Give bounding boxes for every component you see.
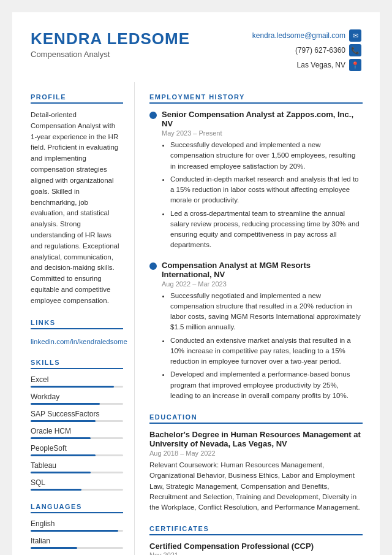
job-bullet: Successfully negotiated and implemented …: [170, 291, 363, 333]
job-bullets: Successfully negotiated and implemented …: [162, 291, 363, 402]
phone-text: (797) 627-6360: [295, 46, 345, 55]
linkedin-link[interactable]: linkedin.com/in/kendraledsome: [31, 338, 127, 345]
job-dot: [149, 112, 157, 119]
cert-date: Nov 2021: [149, 551, 363, 555]
header-left: KENDRA LEDSOME Compensation Analyst: [31, 29, 190, 59]
skill-fill: [31, 472, 91, 473]
employment-title: EMPLOYMENT HISTORY: [149, 93, 363, 104]
skill-label: Tableau: [31, 461, 123, 470]
skill-bar: [31, 437, 123, 439]
certificates-section: CERTIFICATES Certified Compensation Prof…: [149, 525, 363, 555]
phone-icon: 📞: [349, 44, 361, 56]
language-item: Italian: [31, 537, 123, 549]
job-bullets: Successfully developed and implemented a…: [162, 140, 363, 251]
job-entry: Compensation Analyst at MGM Resorts Inte…: [149, 261, 363, 402]
profile-section: PROFILE Detail-oriented Compensation Ana…: [31, 93, 123, 307]
skill-item: SQL: [31, 478, 123, 491]
job-bullet: Conducted an extensive market analysis t…: [170, 335, 363, 367]
candidate-name: KENDRA LEDSOME: [31, 29, 190, 48]
skill-item: Oracle HCM: [31, 427, 123, 439]
profile-title: PROFILE: [31, 93, 123, 104]
email-link[interactable]: kendra.ledsome@gmail.com: [252, 31, 345, 40]
job-header: Senior Compensation Analyst at Zappos.co…: [149, 110, 363, 128]
cert-name: Certified Compensation Professional (CCP…: [149, 542, 363, 551]
skill-item: Excel: [31, 375, 123, 388]
right-column: EMPLOYMENT HISTORY Senior Compensation A…: [135, 82, 380, 555]
languages-title: LANGUAGES: [31, 503, 123, 513]
skill-label: SAP SuccessFactors: [31, 410, 123, 418]
job-bullet: Successfully developed and implemented a…: [170, 140, 363, 172]
language-bar: [31, 547, 123, 549]
skill-bar: [31, 403, 123, 405]
job-entry: Senior Compensation Analyst at Zappos.co…: [149, 110, 363, 251]
skill-label: Excel: [31, 375, 123, 384]
links-title: LINKS: [31, 319, 123, 329]
job-dot: [149, 262, 157, 270]
edu-date: Aug 2018 – May 2022: [149, 450, 363, 457]
job-title: Senior Compensation Analyst at Zappos.co…: [162, 110, 363, 128]
certs-list: Certified Compensation Professional (CCP…: [149, 542, 363, 555]
employment-section: EMPLOYMENT HISTORY Senior Compensation A…: [149, 93, 363, 401]
phone-row: (797) 627-6360 📞: [295, 44, 361, 56]
candidate-title: Compensation Analyst: [31, 50, 190, 59]
location-icon: 📍: [349, 59, 361, 71]
cert-item: Certified Compensation Professional (CCP…: [149, 542, 363, 555]
job-bullet: Conducted in-depth market research and a…: [170, 174, 363, 206]
skill-bar: [31, 420, 123, 422]
job-title: Compensation Analyst at MGM Resorts Inte…: [162, 261, 363, 279]
jobs-list: Senior Compensation Analyst at Zappos.co…: [149, 110, 363, 401]
job-bullet: Developed and implemented a performance-…: [170, 369, 363, 401]
language-fill: [31, 530, 118, 532]
certificates-title: CERTIFICATES: [149, 525, 363, 535]
skill-bar: [31, 386, 123, 388]
language-bar: [31, 530, 123, 532]
languages-list: English Italian: [31, 519, 123, 549]
skill-bar: [31, 454, 123, 456]
job-date: Aug 2022 – Mar 2023: [162, 280, 363, 288]
skills-title: SKILLS: [31, 359, 123, 369]
language-item: English: [31, 519, 123, 532]
skill-item: Workday: [31, 392, 123, 405]
skill-fill: [31, 489, 81, 491]
skills-list: Excel Workday SAP SuccessFactors Oracle …: [31, 375, 123, 491]
header-right: kendra.ledsome@gmail.com ✉ (797) 627-636…: [252, 29, 361, 71]
job-bullet: Led a cross-departmental team to streaml…: [170, 209, 363, 251]
email-icon: ✉: [349, 29, 361, 42]
links-section: LINKS linkedin.com/in/kendraledsome: [31, 319, 123, 346]
edu-text: Relevant Coursework: Human Resources Man…: [149, 460, 363, 513]
language-fill: [31, 547, 77, 549]
job-header: Compensation Analyst at MGM Resorts Inte…: [149, 261, 363, 279]
education-section: EDUCATION Bachelor's Degree in Human Res…: [149, 413, 363, 513]
skill-item: Tableau: [31, 461, 123, 473]
skill-fill: [31, 420, 96, 422]
skill-label: PeopleSoft: [31, 444, 123, 453]
linkedin-link-item: linkedin.com/in/kendraledsome: [31, 335, 123, 346]
skill-fill: [31, 386, 114, 388]
language-label: English: [31, 519, 123, 528]
resume-body: PROFILE Detail-oriented Compensation Ana…: [12, 82, 380, 555]
skill-fill: [31, 437, 91, 439]
resume-header: KENDRA LEDSOME Compensation Analyst kend…: [12, 12, 380, 82]
job-date: May 2023 – Present: [162, 129, 363, 137]
education-title: EDUCATION: [149, 413, 363, 424]
location-row: Las Vegas, NV 📍: [297, 59, 361, 71]
language-label: Italian: [31, 537, 123, 545]
skill-label: Workday: [31, 392, 123, 401]
email-row: kendra.ledsome@gmail.com ✉: [252, 29, 361, 42]
resume-container: KENDRA LEDSOME Compensation Analyst kend…: [12, 12, 380, 555]
left-column: PROFILE Detail-oriented Compensation Ana…: [12, 82, 135, 555]
skill-item: PeopleSoft: [31, 444, 123, 456]
skill-item: SAP SuccessFactors: [31, 410, 123, 422]
profile-text: Detail-oriented Compensation Analyst wit…: [31, 110, 123, 307]
skill-bar: [31, 472, 123, 473]
location-text: Las Vegas, NV: [297, 61, 345, 69]
skill-label: Oracle HCM: [31, 427, 123, 435]
skill-fill: [31, 403, 100, 405]
skill-bar: [31, 489, 123, 491]
skill-label: SQL: [31, 478, 123, 487]
skill-fill: [31, 454, 96, 456]
languages-section: LANGUAGES English Italian: [31, 503, 123, 549]
skills-section: SKILLS Excel Workday SAP SuccessFactors …: [31, 359, 123, 491]
edu-degree: Bachelor's Degree in Human Resources Man…: [149, 430, 363, 448]
